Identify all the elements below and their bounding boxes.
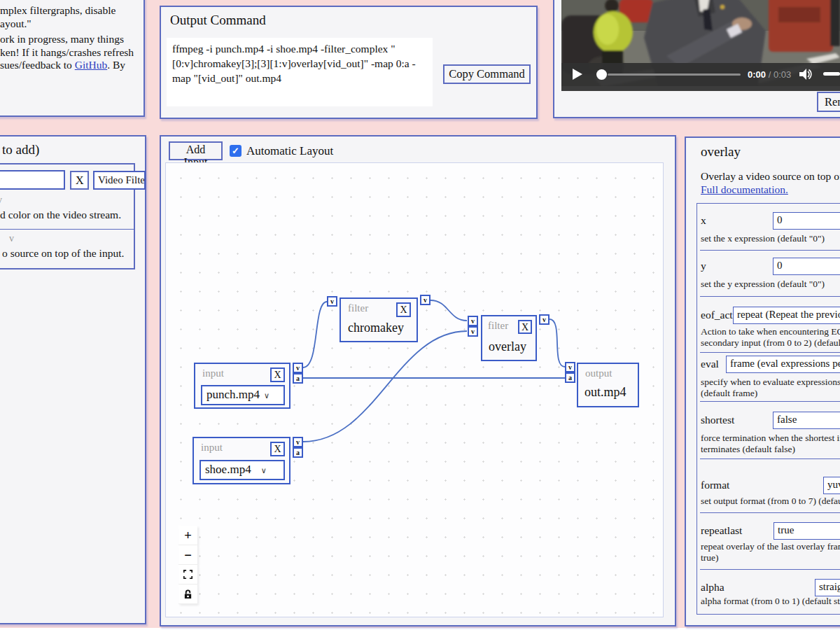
app: mplex filtergraphs, disable ayout." ork …: [0, 0, 840, 630]
port-video-out[interactable]: v: [293, 363, 303, 373]
volume-track[interactable]: [823, 72, 840, 76]
port-video-in[interactable]: v: [565, 362, 575, 372]
notes-line: ayout.": [0, 18, 140, 31]
node-kind-label: output: [585, 368, 612, 379]
video-controls: 0:00 / 0:03: [561, 63, 840, 86]
param-label-x: x: [701, 214, 706, 227]
param-divider: [700, 458, 840, 459]
copy-command-button[interactable]: Copy Command: [443, 64, 531, 84]
param-input-x[interactable]: 0: [773, 212, 840, 230]
port-video-in[interactable]: v: [468, 316, 478, 326]
node-input-punch[interactable]: input X punch.mp4∨: [194, 363, 290, 409]
param-select-eof-action[interactable]: repeat (Repeat the previous frame): [733, 307, 840, 324]
node-input-shoe[interactable]: input X shoe.mp4∨: [192, 437, 290, 484]
filter-type-badge: v: [9, 233, 14, 244]
node-close-button[interactable]: X: [518, 320, 532, 334]
param-divider: [700, 569, 840, 570]
param-divider: [700, 352, 840, 353]
graph-canvas[interactable]: input X punch.mp4∨ v a input X shoe.mp4∨…: [165, 162, 664, 617]
output-command-title: Output Command: [170, 13, 266, 28]
param-input-y[interactable]: 0: [773, 258, 840, 275]
render-button[interactable]: Render: [817, 92, 840, 112]
node-close-button[interactable]: X: [270, 368, 285, 382]
port-audio-out[interactable]: a: [293, 447, 303, 458]
unlock-icon: [183, 589, 192, 599]
param-select-alpha[interactable]: straight: [815, 579, 840, 596]
duration: 0:03: [774, 69, 791, 80]
seek-track[interactable]: [608, 74, 741, 76]
node-filter-overlay[interactable]: filter X overlay: [481, 315, 537, 361]
port-video-in[interactable]: v: [468, 326, 478, 337]
filters-panel-title: to add): [2, 142, 39, 158]
lock-button[interactable]: [178, 584, 197, 604]
node-kind-label: input: [201, 442, 223, 454]
zoom-in-button[interactable]: +: [178, 526, 197, 545]
github-link[interactable]: GitHub: [75, 59, 108, 71]
zoom-out-button[interactable]: −: [178, 545, 197, 565]
node-kind-label: filter: [348, 302, 368, 314]
param-divider: [700, 250, 840, 251]
param-label-alpha: alpha: [701, 581, 724, 594]
node-close-button[interactable]: X: [396, 302, 411, 317]
param-select-eval[interactable]: frame (eval expressions per-frame): [726, 356, 840, 373]
auto-layout-label[interactable]: Automatic Layout: [246, 144, 333, 158]
filter-category-select[interactable]: Video Filters∨: [93, 171, 146, 190]
video-letterbox: [561, 86, 840, 91]
edge-punchv-chromakey: [303, 302, 327, 368]
full-documentation-link[interactable]: Full documentation.: [701, 183, 788, 196]
param-desc-shortest: force termination when the shortest inpu…: [701, 433, 840, 455]
filter-item-desc: d color on the video stream.: [0, 209, 121, 221]
filter-search-input[interactable]: [0, 170, 65, 190]
node-close-button[interactable]: X: [270, 442, 285, 456]
fit-view-button[interactable]: [178, 565, 197, 584]
chevron-down-icon: ∨: [261, 466, 267, 475]
node-kind-label: input: [202, 368, 224, 379]
param-desc-repeatlast: repeat overlay of the last overlay frame…: [701, 541, 840, 564]
node-output[interactable]: output out.mp4: [577, 363, 639, 407]
play-icon[interactable]: [573, 69, 582, 80]
param-input-repeatlast[interactable]: true: [774, 522, 840, 540]
port-video-in[interactable]: v: [327, 296, 337, 307]
filter-list-divider: [0, 229, 135, 230]
seek-thumb[interactable]: [596, 69, 607, 80]
port-video-out[interactable]: v: [293, 437, 303, 447]
fit-view-icon: [183, 570, 192, 579]
param-divider: [700, 401, 840, 402]
current-time: 0:00: [748, 69, 766, 80]
command-textarea[interactable]: ffmpeg -i punch.mp4 -i shoe.mp4 -filter_…: [167, 38, 433, 106]
input-file-select[interactable]: shoe.mp4∨: [200, 460, 285, 480]
port-video-out[interactable]: v: [420, 295, 430, 305]
port-video-out[interactable]: v: [539, 314, 550, 325]
clear-search-button[interactable]: X: [70, 171, 89, 190]
port-audio-in[interactable]: a: [565, 372, 575, 383]
port-audio-out[interactable]: a: [293, 373, 303, 384]
node-title: chromakey: [348, 321, 404, 335]
add-input-button[interactable]: Add Input: [169, 141, 223, 160]
node-kind-label: filter: [488, 320, 508, 332]
inspector-title: overlay: [701, 144, 741, 160]
param-label-repeatlast: repeatlast: [701, 524, 742, 537]
input-file-select[interactable]: punch.mp4∨: [201, 385, 285, 405]
param-desc-y: set the y expression (default "0"): [701, 279, 840, 290]
param-input-shortest[interactable]: false: [773, 412, 840, 429]
param-label-shortest: shortest: [701, 414, 734, 426]
node-title: overlay: [489, 340, 526, 354]
chevron-down-icon: ∨: [264, 391, 270, 400]
filter-item-desc: o source on top of the input.: [2, 247, 124, 260]
video-player[interactable]: 0:00 / 0:03: [561, 0, 840, 91]
edge-shoev-overlay: [303, 331, 467, 442]
time-separator: /: [769, 69, 771, 80]
auto-layout-checkbox[interactable]: ✓: [230, 145, 241, 157]
param-desc-alpha: alpha format (from 0 to 1) (default stra…: [701, 596, 840, 607]
filter-type-badge: v: [0, 195, 2, 206]
param-label-format: format: [701, 479, 729, 491]
node-filter-chromakey[interactable]: filter X chromakey: [340, 298, 418, 342]
param-divider: [700, 296, 840, 297]
node-title: out.mp4: [584, 385, 626, 400]
param-select-format[interactable]: yuv420: [823, 477, 840, 494]
volume-icon[interactable]: [798, 68, 812, 80]
param-label-eval: eval: [701, 358, 719, 370]
param-desc-x: set the x expression (default "0"): [701, 233, 840, 244]
param-label-y: y: [701, 260, 706, 272]
edge-overlay-outputv: [550, 319, 565, 367]
